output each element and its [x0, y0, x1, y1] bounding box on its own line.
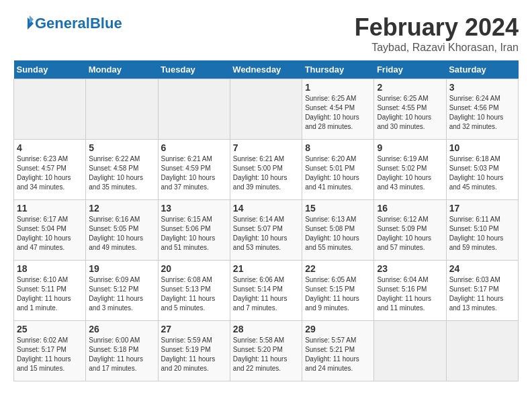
- day-of-week-header: Sunday: [14, 60, 86, 79]
- calendar-cell: 19Sunrise: 6:09 AMSunset: 5:12 PMDayligh…: [86, 261, 158, 321]
- day-info: Sunrise: 6:21 AMSunset: 4:59 PMDaylight:…: [161, 154, 227, 192]
- calendar-cell: 10Sunrise: 6:18 AMSunset: 5:03 PMDayligh…: [446, 140, 518, 200]
- day-info: Sunrise: 6:19 AMSunset: 5:02 PMDaylight:…: [377, 154, 443, 192]
- title-section: February 2024 Taybad, Razavi Khorasan, I…: [355, 13, 519, 54]
- day-info: Sunrise: 6:05 AMSunset: 5:15 PMDaylight:…: [305, 275, 371, 313]
- day-number: 19: [89, 263, 154, 274]
- day-info: Sunrise: 6:13 AMSunset: 5:08 PMDaylight:…: [305, 215, 371, 253]
- calendar-cell: 26Sunrise: 6:00 AMSunset: 5:18 PMDayligh…: [86, 321, 158, 381]
- day-number: 1: [305, 82, 371, 93]
- header-row: SundayMondayTuesdayWednesdayThursdayFrid…: [14, 60, 519, 79]
- logo-general: General: [35, 15, 90, 32]
- day-info: Sunrise: 6:04 AMSunset: 5:16 PMDaylight:…: [377, 275, 443, 313]
- day-info: Sunrise: 6:18 AMSunset: 5:03 PMDaylight:…: [449, 154, 515, 192]
- calendar-week-row: 18Sunrise: 6:10 AMSunset: 5:11 PMDayligh…: [14, 261, 519, 321]
- calendar-cell: 14Sunrise: 6:14 AMSunset: 5:07 PMDayligh…: [230, 200, 302, 261]
- calendar-cell: 13Sunrise: 6:15 AMSunset: 5:06 PMDayligh…: [158, 200, 230, 261]
- day-info: Sunrise: 5:59 AMSunset: 5:19 PMDaylight:…: [161, 336, 227, 373]
- day-number: 25: [17, 324, 83, 334]
- logo: GeneralBlue: [13, 13, 122, 34]
- day-number: 23: [377, 263, 443, 274]
- month-title: February 2024: [355, 13, 519, 42]
- calendar-cell: 7Sunrise: 6:21 AMSunset: 5:00 PMDaylight…: [230, 140, 302, 200]
- day-number: 15: [305, 203, 371, 214]
- day-number: 14: [233, 203, 299, 214]
- calendar-cell: 17Sunrise: 6:11 AMSunset: 5:10 PMDayligh…: [446, 200, 518, 261]
- day-number: 9: [377, 142, 443, 153]
- logo-icon: [13, 13, 34, 34]
- day-of-week-header: Friday: [374, 60, 446, 79]
- day-info: Sunrise: 6:12 AMSunset: 5:09 PMDaylight:…: [377, 215, 443, 253]
- calendar-cell: 11Sunrise: 6:17 AMSunset: 5:04 PMDayligh…: [14, 200, 86, 261]
- day-info: Sunrise: 6:06 AMSunset: 5:14 PMDaylight:…: [233, 275, 299, 313]
- day-number: 12: [89, 203, 154, 214]
- day-of-week-header: Tuesday: [158, 60, 230, 79]
- day-of-week-header: Saturday: [446, 60, 518, 79]
- day-info: Sunrise: 6:20 AMSunset: 5:01 PMDaylight:…: [305, 154, 371, 192]
- day-number: 2: [377, 82, 443, 93]
- day-number: 6: [161, 142, 227, 153]
- calendar-week-row: 1Sunrise: 6:25 AMSunset: 4:54 PMDaylight…: [14, 79, 519, 140]
- calendar-cell: 29Sunrise: 5:57 AMSunset: 5:21 PMDayligh…: [302, 321, 374, 381]
- calendar-cell: 25Sunrise: 6:02 AMSunset: 5:17 PMDayligh…: [14, 321, 86, 381]
- calendar-cell: 24Sunrise: 6:03 AMSunset: 5:17 PMDayligh…: [446, 261, 518, 321]
- calendar-cell: 16Sunrise: 6:12 AMSunset: 5:09 PMDayligh…: [374, 200, 446, 261]
- day-number: 16: [377, 203, 443, 214]
- calendar-cell: 5Sunrise: 6:22 AMSunset: 4:58 PMDaylight…: [86, 140, 158, 200]
- calendar-header: SundayMondayTuesdayWednesdayThursdayFrid…: [14, 60, 519, 79]
- calendar-week-row: 4Sunrise: 6:23 AMSunset: 4:57 PMDaylight…: [14, 140, 519, 200]
- day-number: 29: [305, 324, 371, 334]
- day-info: Sunrise: 6:21 AMSunset: 5:00 PMDaylight:…: [233, 154, 299, 192]
- day-number: 3: [449, 82, 515, 93]
- day-number: 11: [17, 203, 83, 214]
- day-info: Sunrise: 6:10 AMSunset: 5:11 PMDaylight:…: [17, 275, 83, 313]
- day-number: 10: [449, 142, 515, 153]
- day-number: 4: [17, 142, 83, 153]
- day-info: Sunrise: 6:14 AMSunset: 5:07 PMDaylight:…: [233, 215, 299, 253]
- calendar-cell: [374, 321, 446, 381]
- day-info: Sunrise: 5:58 AMSunset: 5:20 PMDaylight:…: [233, 336, 299, 373]
- day-number: 13: [161, 203, 227, 214]
- day-number: 21: [233, 263, 299, 274]
- calendar-cell: 23Sunrise: 6:04 AMSunset: 5:16 PMDayligh…: [374, 261, 446, 321]
- calendar-cell: [14, 79, 86, 140]
- calendar-cell: 2Sunrise: 6:25 AMSunset: 4:55 PMDaylight…: [374, 79, 446, 140]
- day-number: 22: [305, 263, 371, 274]
- day-info: Sunrise: 6:25 AMSunset: 4:54 PMDaylight:…: [305, 94, 371, 132]
- day-info: Sunrise: 6:08 AMSunset: 5:13 PMDaylight:…: [161, 275, 227, 313]
- calendar-cell: [446, 321, 518, 381]
- calendar-cell: [230, 79, 302, 140]
- calendar-week-row: 11Sunrise: 6:17 AMSunset: 5:04 PMDayligh…: [14, 200, 519, 261]
- calendar-cell: 21Sunrise: 6:06 AMSunset: 5:14 PMDayligh…: [230, 261, 302, 321]
- day-info: Sunrise: 6:15 AMSunset: 5:06 PMDaylight:…: [161, 215, 227, 253]
- day-number: 26: [89, 324, 154, 334]
- location: Taybad, Razavi Khorasan, Iran: [355, 42, 519, 54]
- calendar-cell: 12Sunrise: 6:16 AMSunset: 5:05 PMDayligh…: [86, 200, 158, 261]
- day-number: 24: [449, 263, 515, 274]
- day-number: 5: [89, 142, 154, 153]
- day-info: Sunrise: 6:24 AMSunset: 4:56 PMDaylight:…: [449, 94, 515, 132]
- day-of-week-header: Monday: [86, 60, 158, 79]
- calendar-body: 1Sunrise: 6:25 AMSunset: 4:54 PMDaylight…: [14, 79, 519, 381]
- day-number: 27: [161, 324, 227, 334]
- calendar-cell: 9Sunrise: 6:19 AMSunset: 5:02 PMDaylight…: [374, 140, 446, 200]
- day-number: 7: [233, 142, 299, 153]
- day-info: Sunrise: 6:09 AMSunset: 5:12 PMDaylight:…: [89, 275, 154, 313]
- calendar-cell: 15Sunrise: 6:13 AMSunset: 5:08 PMDayligh…: [302, 200, 374, 261]
- day-info: Sunrise: 6:00 AMSunset: 5:18 PMDaylight:…: [89, 336, 154, 373]
- day-info: Sunrise: 6:23 AMSunset: 4:57 PMDaylight:…: [17, 154, 83, 192]
- day-info: Sunrise: 6:22 AMSunset: 4:58 PMDaylight:…: [89, 154, 154, 192]
- day-number: 28: [233, 324, 299, 334]
- calendar-cell: 27Sunrise: 5:59 AMSunset: 5:19 PMDayligh…: [158, 321, 230, 381]
- day-info: Sunrise: 6:03 AMSunset: 5:17 PMDaylight:…: [449, 275, 515, 313]
- calendar-cell: 6Sunrise: 6:21 AMSunset: 4:59 PMDaylight…: [158, 140, 230, 200]
- calendar-cell: 8Sunrise: 6:20 AMSunset: 5:01 PMDaylight…: [302, 140, 374, 200]
- calendar-cell: 3Sunrise: 6:24 AMSunset: 4:56 PMDaylight…: [446, 79, 518, 140]
- day-info: Sunrise: 5:57 AMSunset: 5:21 PMDaylight:…: [305, 336, 371, 373]
- logo-blue: Blue: [90, 15, 122, 32]
- day-of-week-header: Thursday: [302, 60, 374, 79]
- day-info: Sunrise: 6:11 AMSunset: 5:10 PMDaylight:…: [449, 215, 515, 253]
- calendar-cell: 20Sunrise: 6:08 AMSunset: 5:13 PMDayligh…: [158, 261, 230, 321]
- day-info: Sunrise: 6:17 AMSunset: 5:04 PMDaylight:…: [17, 215, 83, 253]
- page-header: GeneralBlue February 2024 Taybad, Razavi…: [13, 13, 519, 54]
